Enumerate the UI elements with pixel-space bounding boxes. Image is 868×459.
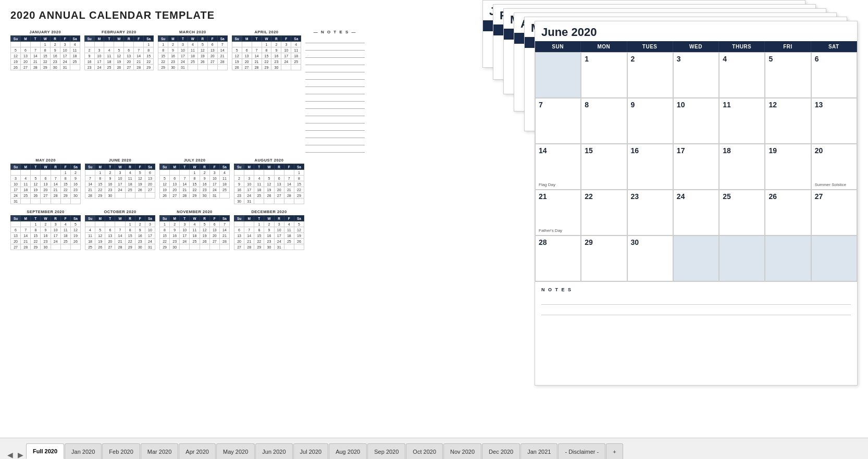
notes-line (305, 51, 365, 58)
monthly-cell: 24 (673, 190, 719, 235)
tab-+[interactable]: + (606, 443, 623, 459)
tab-sep-2020[interactable]: Sep 2020 (367, 443, 405, 459)
day-number: 20 (815, 146, 853, 155)
tab-oct-2020[interactable]: Oct 2020 (406, 443, 443, 459)
notes-line (305, 94, 365, 102)
holiday-label: Flag Day (539, 182, 555, 187)
card-june: June 2020 SUN MON TUES WED THURS FRI SAT… (535, 21, 858, 386)
monthly-cell: 23 (627, 190, 673, 235)
tab-full-2020[interactable]: Full 2020 (26, 443, 64, 459)
monthly-cell: 5 (765, 52, 811, 98)
mini-cal-september-2020: SEPTEMBER 2020SuMTWRFSa12345678910111213… (10, 209, 81, 250)
mini-cal-title: JANUARY 2020 (10, 30, 80, 34)
mini-cal-title: JULY 2020 (159, 158, 230, 163)
mini-cal-july-2020: JULY 2020SuMTWRFSa1234567891011121314151… (159, 158, 230, 199)
tab-feb-2020[interactable]: Feb 2020 (102, 443, 140, 459)
monthly-cell: 26 (765, 190, 811, 235)
day-number: 10 (677, 101, 715, 109)
notes-line (305, 102, 365, 109)
day-number: 25 (723, 192, 761, 201)
day-number: 18 (723, 146, 761, 155)
day-number: 22 (585, 192, 623, 201)
tab-mar-2020[interactable]: Mar 2020 (141, 443, 178, 459)
notes-line (305, 72, 365, 80)
monthly-cell: 4 (719, 52, 765, 98)
june-notes: N O T E S (535, 281, 857, 318)
tab-aug-2020[interactable]: Aug 2020 (329, 443, 367, 459)
notes-line (305, 123, 365, 131)
day-number: 7 (539, 101, 577, 109)
june-body: 1234567891011121314Flag Day151617181920S… (535, 52, 857, 281)
monthly-cell: 2 (627, 52, 673, 98)
monthly-cell: 16 (627, 144, 673, 190)
tab---disclaimer--[interactable]: - Disclaimer - (558, 443, 605, 459)
mini-cal-may-2020: MAY 2020SuMTWRFSa12345678910111213141516… (10, 158, 81, 204)
mini-cal-march-2020: MARCH 2020SuMTWRFSa123456789101112131415… (158, 30, 228, 70)
tab-dec-2020[interactable]: Dec 2020 (482, 443, 520, 459)
tab-jan-2021[interactable]: Jan 2021 (520, 443, 557, 459)
mini-cal-title: NOVEMBER 2020 (159, 209, 230, 214)
monthly-cell: 14Flag Day (535, 144, 581, 190)
june-header: SUN MON TUES WED THURS FRI SAT (535, 41, 857, 52)
annual-calendar-grid: JANUARY 2020SuMTWRFSa1234567891011121314… (10, 30, 365, 255)
notes-line (305, 36, 365, 43)
tab-nav-right[interactable]: ▶ (16, 451, 26, 459)
monthly-cell (811, 235, 857, 281)
monthly-cell: 18 (719, 144, 765, 190)
notes-line (305, 131, 365, 138)
mini-cal-february-2020: FEBRUARY 2020SuMTWRFSa123456789101112131… (84, 30, 154, 70)
mini-cal-june-2020: JUNE 2020SuMTWRFSa1234567891011121314151… (85, 158, 155, 199)
holiday-label: Summer Solstice (815, 182, 846, 187)
monthly-cell: 28 (535, 235, 581, 281)
day-number: 17 (677, 146, 715, 155)
day-number: 24 (677, 192, 715, 201)
day-number: 16 (631, 146, 669, 155)
tab-bar: ◀ ▶ Full 2020Jan 2020Feb 2020Mar 2020Apr… (0, 438, 868, 459)
notes-line (305, 138, 365, 145)
monthly-cell: 7 (535, 98, 581, 144)
june-title: June 2020 (535, 21, 857, 41)
monthly-cell: 25 (719, 190, 765, 235)
june-notes-title: N O T E S (541, 285, 851, 294)
holiday-label: Father's Day (539, 228, 562, 233)
tab-jan-2020[interactable]: Jan 2020 (65, 443, 102, 459)
monthly-cell: 12 (765, 98, 811, 144)
tab-jun-2020[interactable]: Jun 2020 (255, 443, 292, 459)
monthly-cell: 1 (581, 52, 627, 98)
notes-title: — N O T E S — (305, 30, 365, 34)
tab-apr-2020[interactable]: Apr 2020 (179, 443, 216, 459)
day-number: 3 (677, 55, 715, 63)
notes-line (305, 109, 365, 116)
day-number: 9 (631, 101, 669, 109)
monthly-cell: 3 (673, 52, 719, 98)
monthly-cell: 11 (719, 98, 765, 144)
mini-cal-october-2020: OCTOBER 2020SuMTWRFSa1234567891011121314… (85, 209, 155, 250)
mini-cal-title: SEPTEMBER 2020 (10, 209, 81, 214)
day-number: 8 (585, 101, 623, 109)
monthly-cell: 20Summer Solstice (811, 144, 857, 190)
monthly-cell: 9 (627, 98, 673, 144)
day-number: 21 (539, 192, 577, 201)
monthly-cell: 15 (581, 144, 627, 190)
monthly-cell: 6 (811, 52, 857, 98)
mini-cal-december-2020: DECEMBER 2020SuMTWRFSa123456789101112131… (234, 209, 304, 250)
day-number: 4 (723, 55, 761, 63)
monthly-cell (765, 235, 811, 281)
mini-cal-row: SEPTEMBER 2020SuMTWRFSa12345678910111213… (10, 209, 365, 250)
tab-nov-2020[interactable]: Nov 2020 (443, 443, 481, 459)
mini-cal-april-2020: APRIL 2020SuMTWRFSa123456789101112131415… (232, 30, 302, 70)
tab-jul-2020[interactable]: Jul 2020 (293, 443, 329, 459)
monthly-cell: 22 (581, 190, 627, 235)
day-number: 11 (723, 101, 761, 109)
day-number: 1 (585, 55, 623, 63)
monthly-cell: 30 (627, 235, 673, 281)
day-number: 26 (768, 192, 807, 201)
day-number: 12 (768, 101, 807, 109)
monthly-cell: 10 (673, 98, 719, 144)
tab-may-2020[interactable]: May 2020 (216, 443, 255, 459)
notes-line (305, 116, 365, 123)
tab-nav-left[interactable]: ◀ (5, 451, 15, 459)
monthly-cell: 21Father's Day (535, 190, 581, 235)
monthly-cell: 29 (581, 235, 627, 281)
mini-cal-title: DECEMBER 2020 (234, 209, 304, 214)
